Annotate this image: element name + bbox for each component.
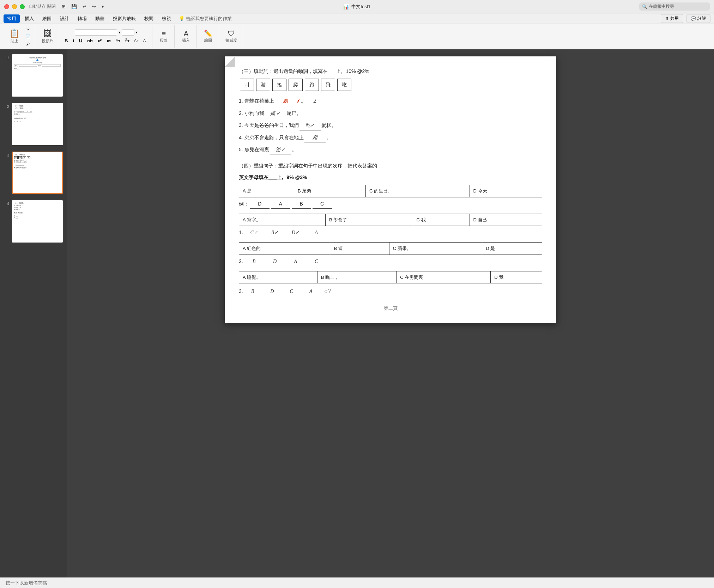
share-button[interactable]: ⬆ 共用 [661, 14, 683, 23]
slide-thumb-4[interactable]: 4 （一）閱讀... 1. 文章裏面... 2. 根據文章... 3. 作者..… [3, 199, 64, 244]
minimize-button[interactable] [12, 4, 17, 9]
slide-preview-3[interactable]: （三）填動詞 叫 游 搖 爬 1. 青蛙在荷葉上___。 2. 小狗向我___尾… [12, 152, 63, 194]
more-button[interactable]: ▾ [100, 3, 106, 10]
sentence-1-text: 1. 青蛙在荷葉上 [239, 97, 274, 105]
menu-item-draw[interactable]: 繪圖 [39, 14, 55, 23]
table1-col-b: B 弟弟 [294, 185, 366, 197]
menu-item-slideshow[interactable]: 投影片放映 [109, 14, 139, 23]
table1-col-c: C 的生日。 [366, 185, 470, 197]
sentence-3: 3. 今天是爸爸的生日，我們 吃✓ 蛋糕。 [239, 121, 542, 130]
close-button[interactable] [4, 4, 9, 9]
toolbar-icons: ⊞ 💾 ↩ ↪ ▾ [60, 3, 106, 10]
word-choice-3: 搖 [272, 79, 286, 91]
slide-preview-1[interactable]: 九龍城道佐家福年小學 🔵 2018-2019年度 姓名班別 學號___ [12, 54, 63, 97]
font-size-input[interactable] [122, 29, 134, 36]
title-center: 📊 中文test1 [343, 4, 370, 10]
italic-button[interactable]: I [71, 38, 76, 44]
menu-item-transition[interactable]: 轉場 [74, 14, 90, 23]
menu-item-home[interactable]: 常用 [4, 14, 20, 23]
sensitivity-icon: 🛡 [228, 30, 235, 37]
ribbon-insert-group: A 插入 [175, 25, 197, 48]
table3-col-c: C 蘋果。 [389, 243, 482, 255]
ribbon: 📋 貼上 ✂ 📄 🖌 🖼 投影片 ▾ ▾ B I U ab [0, 24, 714, 49]
table3: A 紅色的 B 這 C 蘋果。 D 是 [239, 242, 542, 255]
strikethrough-button[interactable]: ab [85, 38, 94, 44]
draw-button[interactable]: ✏️ 繪圖 [200, 29, 216, 44]
ribbon-font-group: ▾ ▾ B I U ab x² x₂ A▾ Ā▾ A↑ A↓ [60, 25, 152, 48]
table2-ans-b: B✓ [265, 228, 284, 237]
font-size-increase[interactable]: A↑ [132, 38, 140, 44]
slide-preview-2[interactable]: （一）聆聽... （二）常識... 1. 中秋節是農曆___月___日。 2. … [12, 103, 63, 145]
para-label: 段落 [160, 38, 168, 43]
sensitivity-button[interactable]: 🛡 敏感度 [223, 29, 240, 44]
help-label[interactable]: 告訴我您要執行的作業 [186, 16, 232, 22]
circle-mark: ○ [324, 286, 328, 297]
menu-item-review[interactable]: 校閱 [141, 14, 157, 23]
page-num: 第二頁 [239, 304, 542, 312]
subscript-button[interactable]: x₂ [105, 38, 113, 44]
format-painter-button[interactable]: 🖌 [24, 41, 32, 47]
main-area: 1 九龍城道佐家福年小學 🔵 2018-2019年度 姓名班別 學號___ 2 [0, 49, 714, 577]
bold-button[interactable]: B [63, 38, 69, 44]
sentence-4: 4. 弟弟不會走路，只會在地上 爬 。 [239, 133, 542, 142]
menu-item-design[interactable]: 設計 [56, 14, 73, 23]
font-size-chevron[interactable]: ▾ [136, 30, 138, 34]
ribbon-draw-group: ✏️ 繪圖 [198, 25, 219, 48]
sentence-5-end: 。 [292, 145, 297, 154]
share-icon: ⬆ [665, 16, 669, 21]
content-area: （三）填動詞：選出適當的動詞，填寫在___上。10% @2% 叫 游 搖 爬 跑… [67, 49, 714, 577]
answer-4: 爬 [304, 133, 326, 142]
slide-thumb-3[interactable]: 3 （三）填動詞 叫 游 搖 爬 1. 青蛙在荷葉上___。 2. 小狗向我__… [3, 150, 64, 195]
slide-icon: 🖼 [43, 29, 52, 38]
table2-ans-a: A [307, 228, 326, 237]
answer-3: 吃✓ [299, 121, 321, 130]
cut-button[interactable]: ✂ [24, 26, 32, 33]
redo-button[interactable]: ↪ [90, 3, 98, 10]
menu-item-view[interactable]: 檢視 [158, 14, 175, 23]
search-box[interactable]: 🔍 在簡報中搜尋 [639, 2, 710, 11]
copy-button[interactable]: 📄 [24, 33, 32, 40]
draw-label: 繪圖 [204, 38, 212, 43]
table4-ans-d: D [262, 287, 282, 296]
superscript-button[interactable]: x² [96, 38, 104, 44]
sentence-1-end: 。 [301, 97, 306, 105]
font-name-input[interactable] [75, 29, 117, 36]
table2: A 寫字。 B 學會了 C 我 D 自己 [239, 214, 542, 226]
ribbon-sensitivity-group: 🛡 敏感度 [220, 25, 243, 48]
para-button[interactable]: ≡ 段落 [156, 29, 171, 44]
highlight-button[interactable]: Ā▾ [123, 38, 131, 44]
font-name-chevron[interactable]: ▾ [119, 30, 120, 34]
answer-2: 搖 ✓ [265, 109, 286, 118]
slide-preview-4[interactable]: （一）閱讀... 1. 文章裏面... 2. 根據文章... 3. 作者... … [12, 200, 63, 243]
check-slash-1: 2 [314, 96, 316, 106]
slide-panel: 1 九龍城道佐家福年小學 🔵 2018-2019年度 姓名班別 學號___ 2 [0, 49, 67, 577]
notes-bar[interactable]: 按一下以新增備忘稿 [0, 577, 714, 588]
save-button[interactable]: 💾 [69, 3, 79, 10]
slide-thumb-2[interactable]: 2 （一）聆聽... （二）常識... 1. 中秋節是農曆___月___日。 2… [3, 102, 64, 147]
notes-hint[interactable]: 按一下以新增備忘稿 [6, 580, 47, 586]
maximize-button[interactable] [20, 4, 25, 9]
slide-preview-content-2: （一）聆聽... （二）常識... 1. 中秋節是農曆___月___日。 2. … [13, 104, 62, 145]
undo-button[interactable]: ↩ [81, 3, 88, 10]
draw-icon: ✏️ [204, 30, 213, 37]
slide-thumb-1[interactable]: 1 九龍城道佐家福年小學 🔵 2018-2019年度 姓名班別 學號___ [3, 53, 64, 98]
slide-preview-content-1: 九龍城道佐家福年小學 🔵 2018-2019年度 姓名班別 學號___ [13, 55, 62, 96]
new-slide-button[interactable]: 🖼 投影片 [39, 29, 56, 44]
table4-answer-row: 3. B D C A ○ ? [239, 286, 542, 297]
menu-item-animation[interactable]: 動畫 [92, 14, 108, 23]
insert-button[interactable]: A 插入 [178, 29, 194, 44]
slide-content: （三）填動詞：選出適當的動詞，填寫在___上。10% @2% 叫 游 搖 爬 跑… [239, 67, 542, 312]
slide-label: 投影片 [42, 38, 53, 44]
table4-ans-b: B [243, 287, 262, 296]
font-color-button[interactable]: A▾ [114, 38, 122, 44]
paste-button[interactable]: 📋 貼上 [6, 29, 23, 44]
paste-label: 貼上 [11, 38, 18, 44]
font-size-decrease[interactable]: A↓ [141, 38, 149, 44]
title-bar: 自動儲存 關閉 ⊞ 💾 ↩ ↪ ▾ 📊 中文test1 🔍 在簡報中搜尋 [0, 0, 714, 13]
comment-button[interactable]: 💬 註解 [686, 14, 710, 23]
underline-button[interactable]: U [77, 38, 84, 44]
lightbulb-icon: 💡 [179, 16, 184, 21]
example-ans-a: A [271, 200, 290, 209]
sidebar-toggle[interactable]: ⊞ [60, 3, 67, 10]
menu-item-insert[interactable]: 插入 [21, 14, 37, 23]
